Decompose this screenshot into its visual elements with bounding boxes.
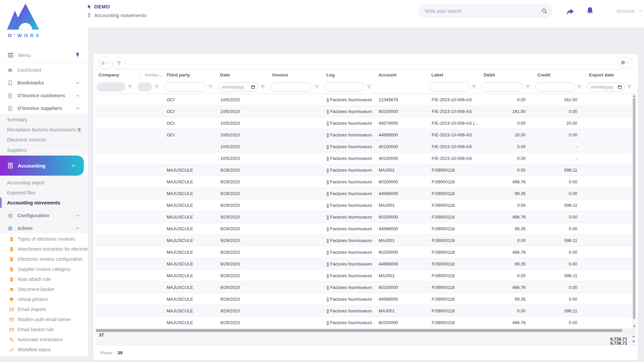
submenu-item-summary[interactable]: Summary — [0, 115, 88, 125]
admin-item-types-of-electronic-invoices[interactable]: Types of electronic invoices — [0, 234, 88, 244]
table-row[interactable]: MAJUSCULE9/29/2023[]Factures fournisseur… — [96, 223, 636, 235]
cell-label: F/E-2023-10-008-AS — [428, 144, 481, 149]
funnel-icon[interactable] — [260, 84, 265, 89]
vertical-scrollbar-thumb[interactable] — [633, 98, 635, 319]
horizontal-scrollbar[interactable] — [96, 328, 636, 333]
funnel-icon[interactable] — [154, 84, 159, 89]
table-row[interactable]: MAJUSCULE9/29/2023[]Factures fournisseur… — [96, 317, 636, 328]
user-menu[interactable]: dinvoice — [616, 8, 642, 14]
sidebar-item-o-invoice-suppliers[interactable]: O'Invoice suppliers — [0, 102, 88, 115]
admin-item-electronic-invoice-configuration[interactable]: Electronic invoice configuration — [0, 254, 88, 264]
column-header-date[interactable]: Date — [217, 72, 269, 77]
funnel-icon[interactable] — [366, 84, 371, 89]
admin-item-workflow-status[interactable]: Workflow status — [0, 345, 88, 355]
submenu-item-electronic-invoices[interactable]: Electronic Invoices — [0, 135, 88, 145]
cell-debit: 0.00 — [481, 156, 534, 161]
table-row[interactable]: MAJUSCULE9/29/2023[]Factures fournisseur… — [96, 258, 636, 270]
column-header-third-party[interactable]: Third party — [163, 72, 217, 77]
table-row[interactable]: MAJUSCULE9/29/2023[]Factures fournisseur… — [96, 164, 636, 176]
table-row[interactable]: MAJUSCULE9/29/2023[]Factures fournisseur… — [96, 176, 636, 188]
brand-logo[interactable]: O'WORK — [4, 3, 46, 38]
admin-item-attachment-extraction-for-electroni[interactable]: Attachment extraction for electroni — [0, 244, 88, 254]
search-icon[interactable] — [541, 8, 547, 14]
column-header-account[interactable]: Account — [375, 72, 428, 77]
table-row[interactable]: MAJUSCULE9/29/2023[]Factures fournisseur… — [96, 188, 636, 199]
table-row[interactable]: MAJUSCULE9/29/2023[]Factures fournisseur… — [96, 282, 636, 293]
table-row[interactable]: MAJUSCULE9/29/2023[]Factures fournisseur… — [96, 293, 636, 305]
filter-input-label[interactable] — [429, 82, 470, 92]
table-row[interactable]: MAJUSCULE9/29/2023[]Factures fournisseur… — [96, 305, 636, 317]
funnel-icon[interactable] — [314, 84, 319, 89]
table-row[interactable]: MAJUSCULE9/29/2023[]Factures fournisseur… — [96, 199, 636, 211]
filter-date-date[interactable]: mm/dd/yyyy — [218, 82, 258, 92]
grid-settings-button[interactable] — [617, 57, 633, 68]
table-row[interactable]: MAJUSCULE9/29/2023[]Factures fournisseur… — [96, 270, 636, 282]
table-row[interactable]: OCI10/5/2023[]Factures fournisseurs12345… — [96, 94, 636, 106]
table-row[interactable]: MAJUSCULE9/29/2023[]Factures fournisseur… — [96, 246, 636, 258]
filter-input-debit[interactable] — [482, 82, 523, 92]
filter-input-third-party[interactable] — [164, 82, 206, 92]
column-header-log[interactable]: Log — [323, 72, 375, 77]
sidebar-item-configuration[interactable]: Configuration — [0, 209, 88, 222]
table-row[interactable]: MAJUSCULE9/29/2023[]Factures fournisseur… — [96, 211, 636, 223]
funnel-icon[interactable] — [208, 84, 213, 89]
table-row[interactable]: 10/5/2023[]Factures fournisseurs40100000… — [96, 153, 636, 164]
column-header-label[interactable]: Label — [428, 72, 481, 77]
filter-input-log[interactable] — [324, 82, 364, 92]
submenu-item-r-ceptions-factures-fournisseurs[interactable]: Réceptions factures fournisseurs0 — [0, 125, 88, 135]
horizontal-scrollbar-thumb[interactable] — [96, 329, 622, 332]
app-name[interactable]: DEMO — [94, 4, 110, 9]
funnel-icon[interactable] — [627, 84, 632, 89]
admin-item-modern-auth-email-server[interactable]: Modern auth email server — [0, 314, 88, 324]
column-header-company[interactable]: Company — [96, 72, 137, 77]
submenu-item-accounting-export[interactable]: Accounting export — [0, 178, 88, 188]
column-header-export-date[interactable]: Export date — [586, 72, 636, 77]
pin-icon[interactable] — [75, 52, 80, 58]
funnel-icon[interactable] — [127, 84, 132, 89]
cell-log: []Factures fournisseurs — [323, 238, 375, 243]
filter-input-credit[interactable] — [535, 82, 575, 92]
funnel-icon[interactable] — [525, 84, 530, 89]
summary-scroll-up-icon[interactable] — [632, 335, 635, 337]
funnel-icon[interactable] — [472, 84, 477, 89]
table-row[interactable]: OCI10/5/2023[]Factures fournisseurs44579… — [96, 117, 636, 129]
column-header-invoice[interactable]: Invoice — [269, 72, 323, 77]
submenu-item-accounting-movements[interactable]: Accounting movements — [0, 198, 88, 208]
submenu-item-exported-files[interactable]: Exported files — [0, 188, 88, 198]
admin-item-automatic-extractions[interactable]: Automatic extractions — [0, 335, 88, 345]
column-header-institu[interactable]: Institu... — [137, 72, 163, 77]
submenu-item-suppliers[interactable]: Suppliers — [0, 145, 88, 155]
column-header-credit[interactable]: Credit — [534, 72, 586, 77]
hamburger-icon[interactable] — [7, 52, 14, 58]
admin-item-supplier-invoice-category[interactable]: Supplier invoice category — [0, 264, 88, 274]
cell-date: 10/5/2023 — [217, 121, 269, 126]
column-chooser-button[interactable] — [99, 57, 111, 69]
scroll-down-icon[interactable] — [633, 325, 636, 327]
table-row[interactable]: 10/5/2023[]Factures fournisseurs40100000… — [96, 141, 636, 153]
menu-toggle[interactable]: Menu — [0, 49, 88, 61]
share-button[interactable] — [566, 7, 574, 17]
filter-button[interactable] — [113, 57, 125, 69]
admin-item-document-basket[interactable]: Document basket — [0, 284, 88, 294]
column-header-debit[interactable]: Debit — [481, 72, 534, 77]
admin-item-email-imports[interactable]: Email imports — [0, 304, 88, 314]
admin-item-virtual-printers[interactable]: Virtual printers — [0, 294, 88, 304]
filter-input-invoice[interactable] — [270, 82, 312, 92]
table-row[interactable]: OCI10/5/2023[]Factures fournisseurs44569… — [96, 129, 636, 141]
admin-item-auto-attach-rule[interactable]: Auto attach rule — [0, 274, 88, 284]
filter-date-export-date[interactable]: mm/dd/yyyy — [587, 82, 625, 92]
vertical-scrollbar[interactable] — [632, 94, 636, 328]
table-row[interactable]: MAJUSCULE9/29/2023[]Factures fournisseur… — [96, 235, 636, 246]
sidebar-item-accounting[interactable]: Accounting — [0, 156, 84, 176]
sidebar-item-dashboard[interactable]: Dashboard — [0, 64, 88, 76]
admin-item-email-basket-rule[interactable]: Email basket rule — [0, 324, 88, 335]
sidebar-item-admin[interactable]: Admin — [0, 222, 88, 235]
notifications-button[interactable] — [586, 6, 594, 16]
search-input[interactable] — [425, 8, 541, 14]
sidebar-item-o-invoice-customers[interactable]: O'Invoice customers — [0, 89, 88, 102]
sidebar-item-bookmarks[interactable]: Bookmarks — [0, 76, 88, 89]
funnel-icon[interactable] — [577, 84, 582, 89]
summary-scroll-down-icon[interactable] — [632, 341, 635, 343]
table-row[interactable]: OCI10/5/2023[]Factures fournisseurs60200… — [96, 106, 636, 117]
scroll-up-icon[interactable] — [633, 95, 636, 97]
